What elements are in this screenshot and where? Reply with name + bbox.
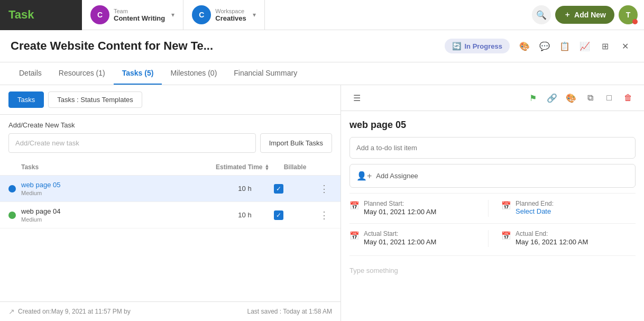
header-icons: 🎨 💬 📋 📈 ⊞ ✕ [516, 38, 633, 54]
tab-financial-summary[interactable]: Financial Summary [225, 62, 306, 85]
task-estimated-time: 10 h [216, 211, 274, 219]
task-detail-title: web page 05 [349, 120, 636, 131]
date-divider [488, 230, 489, 247]
todo-input[interactable] [349, 137, 636, 159]
add-assignee-row[interactable]: 👤+ Add Assignee [349, 164, 636, 188]
copy-icon-button[interactable]: 📋 [556, 38, 573, 54]
layout-icon-button[interactable]: ⊞ [596, 38, 613, 54]
actual-dates-row: 📅 Actual Start: May 01, 2021 12:00 AM 📅 … [349, 223, 636, 247]
task-table: Tasks Estimated Time ▲▼ Billable web [0, 159, 341, 301]
task-create-label: Add/Create New Task [8, 121, 332, 129]
actual-start-field: 📅 Actual Start: May 01, 2021 12:00 AM [349, 230, 484, 247]
workspace-info: Workspace Creatives [215, 8, 246, 22]
sub-tabs: Tasks Tasks : Status Templates [0, 85, 341, 115]
planned-start-field: 📅 Planned Start: May 01, 2021 12:00 AM [349, 200, 484, 217]
team-avatar: C [90, 5, 109, 24]
right-toolbar: ☰ ⚑ 🔗 🎨 ⧉ □ 🗑 [341, 85, 644, 111]
search-button[interactable]: 🔍 [532, 5, 551, 24]
team-info: Team Content Writing [114, 8, 165, 22]
task-create-row: Import Bulk Tasks [8, 133, 332, 153]
billable-checkbox[interactable]: ✓ [274, 184, 283, 194]
calendar-icon: 📅 [501, 231, 511, 241]
assignee-icon: 👤+ [356, 171, 372, 181]
user-avatar[interactable]: T [619, 5, 638, 24]
tab-tasks[interactable]: Tasks (5) [114, 62, 162, 85]
top-navigation: Task C Team Content Writing ▾ C Workspac… [0, 0, 644, 30]
task-table-header: Tasks Estimated Time ▲▼ Billable [0, 159, 341, 176]
billable-checkbox[interactable]: ✓ [274, 210, 283, 220]
activity-icon-button[interactable]: 📈 [576, 38, 593, 54]
comments-area: Type something [349, 255, 636, 279]
workspace-avatar: C [192, 5, 211, 24]
task-status-dot [8, 185, 16, 192]
task-priority: Medium [21, 216, 216, 223]
sort-arrows: ▲▼ [264, 164, 269, 171]
add-new-button[interactable]: ＋ Add New [555, 6, 614, 24]
archive-icon[interactable]: □ [602, 90, 617, 105]
palette-right-icon[interactable]: 🎨 [564, 90, 578, 105]
page-header: Create Website Content for New Te... 🔄 I… [0, 30, 644, 62]
tab-milestones[interactable]: Milestones (0) [162, 62, 225, 85]
close-button[interactable]: ✕ [617, 38, 633, 54]
page-title: Create Website Content for New Te... [11, 39, 438, 53]
task-billable: ✓ [274, 184, 316, 194]
footer-last-saved: Last saved : Today at 1:58 AM [247, 308, 332, 315]
main-content: Create Website Content for New Te... 🔄 I… [0, 30, 644, 321]
calendar-icon: 📅 [501, 201, 511, 210]
table-row[interactable]: web page 04 Medium 10 h ✓ ⋮ [0, 202, 341, 228]
comment-icon-button[interactable]: 💬 [536, 38, 553, 54]
left-panel: Tasks Tasks : Status Templates Add/Creat… [0, 85, 341, 321]
task-name: web page 05 [21, 181, 216, 189]
calendar-icon: 📅 [349, 231, 360, 241]
body-split: Tasks Tasks : Status Templates Add/Creat… [0, 85, 644, 321]
right-body: web page 05 👤+ Add Assignee 📅 Planned St… [341, 111, 644, 321]
app-logo: Task [8, 8, 34, 22]
tab-resources[interactable]: Resources (1) [50, 62, 114, 85]
tabs-bar: Details Resources (1) Tasks (5) Mileston… [0, 62, 644, 85]
workspace-tab[interactable]: C Workspace Creatives ▾ [183, 0, 265, 30]
table-row[interactable]: web page 05 Medium 10 h ✓ ⋮ [0, 176, 341, 202]
more-dots-icon[interactable]: ⋮ [319, 183, 329, 195]
footer-created: Created on:May 9, 2021 at 11:57 PM by [18, 308, 131, 315]
delete-icon[interactable]: 🗑 [621, 90, 636, 105]
task-more[interactable]: ⋮ [316, 209, 332, 221]
activity-icon: ↗ [8, 307, 15, 316]
task-more[interactable]: ⋮ [316, 183, 332, 195]
link-icon[interactable]: 🔗 [545, 90, 559, 105]
dates-section: 📅 Planned Start: May 01, 2021 12:00 AM 📅… [349, 193, 636, 255]
task-status-dot [8, 212, 16, 219]
status-icon: 🔄 [452, 42, 461, 50]
palette-icon-button[interactable]: 🎨 [516, 38, 533, 54]
comments-placeholder: Type something [349, 262, 636, 279]
task-estimated-time: 10 h [216, 185, 274, 192]
calendar-icon: 📅 [349, 201, 360, 210]
task-create-section: Add/Create New Task Import Bulk Tasks [0, 115, 341, 159]
status-badge[interactable]: 🔄 In Progress [445, 39, 510, 53]
duplicate-icon[interactable]: ⧉ [583, 90, 597, 105]
sub-tab-status-templates[interactable]: Tasks : Status Templates [48, 91, 142, 108]
date-divider [488, 200, 489, 217]
planned-dates-row: 📅 Planned Start: May 01, 2021 12:00 AM 📅… [349, 200, 636, 217]
task-name: web page 04 [21, 207, 216, 215]
actual-end-field: 📅 Actual End: May 16, 2021 12:00 AM [493, 230, 636, 247]
sub-tab-tasks[interactable]: Tasks [8, 91, 44, 108]
task-info: web page 04 Medium [21, 207, 216, 223]
list-icon[interactable]: ☰ [349, 90, 364, 105]
team-chevron-icon: ▾ [171, 11, 174, 19]
right-panel: ☰ ⚑ 🔗 🎨 ⧉ □ 🗑 web page 05 👤+ Add Assigne… [341, 85, 644, 321]
tab-details[interactable]: Details [11, 62, 50, 85]
footer-left: ↗ Created on:May 9, 2021 at 11:57 PM by [8, 307, 131, 316]
team-workspace-tab[interactable]: C Team Content Writing ▾ [82, 0, 183, 30]
workspace-chevron-icon: ▾ [253, 11, 256, 19]
flag-icon[interactable]: ⚑ [526, 90, 540, 105]
planned-end-field: 📅 Planned End: Select Date [493, 200, 636, 215]
import-bulk-tasks-button[interactable]: Import Bulk Tasks [260, 133, 332, 153]
planned-end-select[interactable]: Select Date [516, 207, 554, 215]
more-dots-icon[interactable]: ⋮ [319, 209, 329, 221]
footer: ↗ Created on:May 9, 2021 at 11:57 PM by … [0, 301, 341, 321]
task-info: web page 05 Medium [21, 181, 216, 196]
task-create-input[interactable] [8, 133, 256, 153]
logo-area: Task [0, 0, 82, 30]
plus-icon: ＋ [564, 10, 571, 20]
nav-right: 🔍 ＋ Add New T [532, 5, 644, 24]
